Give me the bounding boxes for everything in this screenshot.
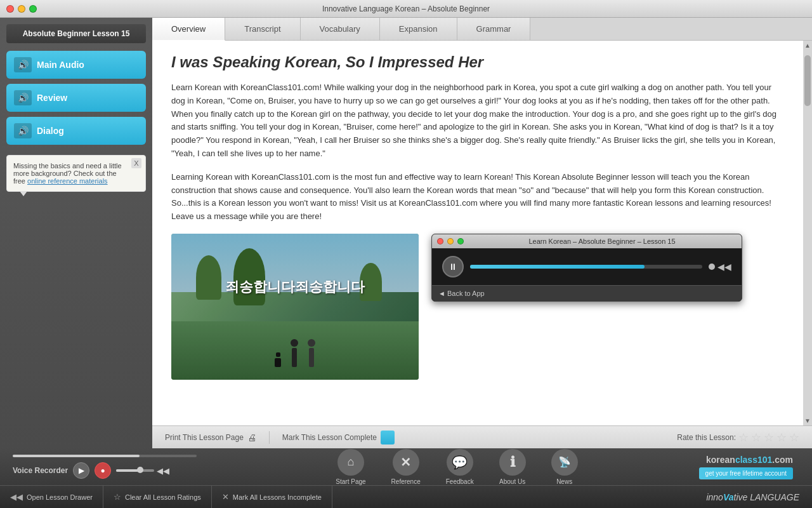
speaker-icon-3: 🔊: [14, 123, 32, 138]
start-page-icon: ⌂: [337, 449, 364, 476]
brand-tagline-button[interactable]: get your free lifetime account: [699, 467, 793, 479]
sidebar-header: Absolute Beginner Lesson 15: [6, 24, 146, 43]
app-container: Absolute Beginner Lesson 15 🔊 Main Audio…: [0, 18, 812, 508]
play-pause-button[interactable]: ⏸: [442, 256, 464, 277]
tabs-bar: Overview Transcript Vocabulary Expansion…: [152, 18, 812, 41]
branding-area: koreanclass101.com get your free lifetim…: [672, 455, 799, 479]
tooltip-arrow: [20, 191, 27, 196]
volume-icon: ◀◀: [717, 262, 731, 272]
nav-reference[interactable]: ✕ Reference: [379, 446, 433, 488]
nav-about-us[interactable]: ℹ About Us: [487, 446, 539, 488]
tab-grammar[interactable]: Grammar: [457, 18, 531, 40]
start-page-label: Start Page: [336, 478, 365, 485]
figure-dog: [275, 352, 281, 367]
star-5[interactable]: ☆: [789, 431, 799, 444]
window-controls: [6, 5, 37, 13]
article-paragraph-1: Learn Korean with KoreanClass101.com! Wh…: [171, 81, 784, 161]
star-3[interactable]: ☆: [764, 431, 774, 444]
x-icon: ✕: [222, 492, 229, 502]
player-close-btn[interactable]: [437, 238, 443, 244]
back-to-app-label: ◄ Back to App: [438, 290, 485, 297]
brand-class: class101: [735, 455, 772, 465]
recorder-bar: Voice Recorder ▶ ● ◀◀ ⌂ Start Page: [0, 448, 812, 485]
nav-start-page[interactable]: ⌂ Start Page: [323, 446, 378, 488]
article-body: Learn Korean with KoreanClass101.com! Wh…: [171, 81, 784, 380]
news-icon: 📡: [551, 449, 578, 476]
review-label: Review: [37, 93, 67, 103]
star-2[interactable]: ☆: [751, 431, 761, 444]
clear-ratings-label: Clear All Lesson Ratings: [125, 493, 201, 501]
volume-knob[interactable]: [709, 264, 715, 270]
player-title: Learn Korean – Absolute Beginner – Lesso…: [468, 237, 737, 245]
scroll-up-arrow[interactable]: ▲: [804, 42, 811, 49]
recorder-controls: Voice Recorder ▶ ● ◀◀: [13, 455, 241, 479]
progress-fill: [470, 265, 645, 269]
figures: [275, 339, 315, 367]
player-titlebar: Learn Korean – Absolute Beginner – Lesso…: [432, 234, 742, 248]
about-us-label: About Us: [499, 478, 525, 485]
recorder-play-button[interactable]: ▶: [73, 462, 89, 479]
mark-incomplete-button[interactable]: ✕ Mark All Lessons Incomplete: [212, 486, 332, 508]
rate-label: Rate this Lesson:: [677, 433, 736, 442]
window-title: Innovative Language Korean – Absolute Be…: [322, 4, 490, 13]
recorder-progress-track[interactable]: [13, 455, 197, 457]
star-1[interactable]: ☆: [738, 431, 749, 444]
info-close-button[interactable]: X: [131, 158, 141, 168]
mark-complete-button[interactable]: Mark This Lesson Complete: [282, 431, 395, 444]
maximize-button[interactable]: [29, 5, 37, 13]
feedback-label: Feedback: [446, 478, 474, 485]
titlebar: Innovative Language Korean – Absolute Be…: [0, 0, 812, 18]
action-bar: ◀◀ Open Lesson Drawer ☆ Clear All Lesson…: [0, 485, 812, 508]
open-drawer-button[interactable]: ◀◀ Open Lesson Drawer: [0, 486, 103, 508]
main-audio-label: Main Audio: [37, 60, 84, 70]
review-button[interactable]: 🔊 Review: [6, 84, 146, 112]
scroll-thumb[interactable]: [804, 55, 811, 106]
recorder-volume-slider: ◀◀: [116, 466, 169, 476]
dialog-button[interactable]: 🔊 Dialog: [6, 117, 146, 145]
about-us-icon: ℹ: [499, 449, 526, 476]
main-content: Overview Transcript Vocabulary Expansion…: [152, 18, 812, 448]
printer-icon: 🖨: [247, 432, 256, 443]
brand-com: .com: [772, 455, 793, 465]
mark-complete-label: Mark This Lesson Complete: [282, 433, 377, 442]
minimize-button[interactable]: [18, 5, 25, 13]
star-4[interactable]: ☆: [776, 431, 787, 444]
nav-news[interactable]: 📡 News: [539, 446, 591, 488]
reference-link[interactable]: online reference materials: [27, 177, 108, 185]
back-to-app-button[interactable]: ◄ Back to App: [432, 285, 742, 301]
audio-progress-bar[interactable]: [470, 265, 702, 269]
complete-checkbox[interactable]: [381, 431, 395, 444]
article-title: I was Speaking Korean, So I Impressed He…: [171, 53, 784, 71]
nav-feedback[interactable]: 💬 Feedback: [433, 446, 487, 488]
innovative-logo: innoVative LANGUAGE: [706, 492, 812, 502]
open-drawer-label: Open Lesson Drawer: [27, 493, 93, 501]
scroll-down-arrow[interactable]: ▼: [804, 417, 811, 424]
audio-player: Learn Korean – Absolute Beginner – Lesso…: [431, 234, 742, 302]
tab-expansion[interactable]: Expansion: [380, 18, 457, 40]
tab-overview[interactable]: Overview: [152, 18, 225, 41]
main-audio-button[interactable]: 🔊 Main Audio: [6, 51, 146, 79]
rate-lesson-area: Rate this Lesson: ☆ ☆ ☆ ☆ ☆: [677, 431, 799, 444]
volume-dot[interactable]: [137, 467, 143, 473]
clear-ratings-button[interactable]: ☆ Clear All Lesson Ratings: [103, 486, 212, 508]
player-max-btn[interactable]: [457, 238, 464, 244]
content-area: Absolute Beginner Lesson 15 🔊 Main Audio…: [0, 18, 812, 448]
nav-icons: ⌂ Start Page ✕ Reference 💬 Feedback ℹ Ab…: [241, 446, 672, 488]
feedback-icon: 💬: [447, 449, 473, 476]
recorder-progress-fill: [13, 455, 140, 457]
volume-max-icon: ◀◀: [157, 466, 169, 476]
reference-label: Reference: [391, 478, 421, 485]
tab-transcript[interactable]: Transcript: [225, 18, 300, 40]
close-button[interactable]: [6, 5, 14, 13]
reference-icon: ✕: [393, 449, 419, 476]
logo-highlight: Va: [723, 492, 734, 502]
dialog-label: Dialog: [37, 126, 64, 136]
info-box: X Missing the basics and need a little m…: [6, 155, 146, 192]
volume-track[interactable]: [116, 469, 154, 472]
volume-area: ◀◀: [709, 262, 731, 272]
print-lesson-button[interactable]: Print This Lesson Page 🖨: [165, 432, 256, 443]
mark-incomplete-label: Mark All Lessons Incomplete: [233, 493, 322, 501]
player-min-btn[interactable]: [447, 238, 454, 244]
tab-vocabulary[interactable]: Vocabulary: [301, 18, 380, 40]
recorder-record-button[interactable]: ●: [95, 462, 111, 479]
